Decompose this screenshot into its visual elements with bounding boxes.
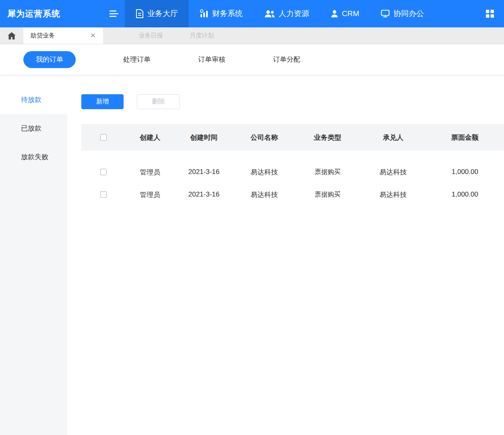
people-icon [264, 10, 275, 18]
nav-business-hall[interactable]: 业务大厅 [125, 0, 189, 27]
cell-acceptor: 易达科技 [360, 190, 426, 199]
cell-company: 易达科技 [233, 168, 295, 177]
row-checkbox[interactable] [100, 169, 107, 175]
column-header-company: 公司名称 [233, 133, 295, 142]
subnav-order-review[interactable]: 订单审核 [198, 55, 225, 64]
tab-business-daily[interactable]: 业务日报 [125, 27, 176, 44]
select-all-checkbox[interactable] [100, 134, 107, 141]
top-bar: 犀为运营系统 业务大厅 [0, 0, 504, 27]
tab-label: 月度计划 [190, 32, 214, 39]
table-header: 创建人 创建时间 公司名称 业务类型 承兑人 票面金额 [81, 124, 504, 151]
table-row: 管理员 2021-3-16 易达科技 票据购买 易达科技 1,000.00 [81, 161, 504, 183]
cell-business-type: 票据购买 [295, 191, 360, 199]
person-icon [331, 10, 338, 18]
nav-collaboration[interactable]: 协同办公 [370, 0, 435, 27]
delete-button[interactable]: 删除 [137, 94, 180, 109]
table-row: 管理员 2021-3-16 易达科技 票据购买 易达科技 1,000.00 [81, 183, 504, 206]
tab-bar: 助贷业务 ✕ 业务日报 月度计划 [0, 27, 504, 44]
cell-acceptor: 易达科技 [360, 168, 426, 177]
cell-created-time: 2021-3-16 [174, 191, 233, 199]
tab-monthly-plan[interactable]: 月度计划 [176, 27, 227, 44]
subnav-process-orders[interactable]: 处理订单 [123, 55, 151, 64]
home-icon[interactable] [0, 27, 23, 44]
column-header-business-type: 业务类型 [295, 133, 360, 142]
nav-finance-system[interactable]: 财务系统 [189, 0, 254, 27]
nav-crm[interactable]: CRM [320, 0, 370, 27]
toolbar: 新增 删除 [81, 94, 504, 109]
cell-face-amount: 1,000.00 [426, 168, 504, 176]
tab-loan-business[interactable]: 助贷业务 ✕ [23, 27, 103, 44]
content-area: 待放款 已放款 放款失败 新增 删除 创建人 创建时间 公司名称 业务类型 承兑… [0, 75, 504, 435]
column-header-face-amount: 票面金额 [426, 133, 504, 142]
nav-label: 协同办公 [393, 8, 424, 19]
column-header-creator: 创建人 [126, 133, 174, 142]
sidebar-item-pending-loan[interactable]: 待放款 [0, 85, 67, 114]
sidebar-item-loaned[interactable]: 已放款 [0, 114, 67, 143]
cell-face-amount: 1,000.00 [426, 191, 504, 199]
nav-label: 人力资源 [279, 8, 309, 19]
row-checkbox[interactable] [100, 191, 107, 198]
nav-human-resources[interactable]: 人力资源 [254, 0, 320, 27]
column-header-created-time: 创建时间 [174, 133, 233, 142]
main-panel: 新增 删除 创建人 创建时间 公司名称 业务类型 承兑人 票面金额 管理员 2 [67, 75, 504, 435]
close-icon[interactable]: ✕ [90, 32, 96, 39]
cell-business-type: 票据购买 [295, 168, 360, 176]
finance-icon [200, 9, 209, 18]
sub-nav: 我的订单 处理订单 订单审核 订单分配 [0, 44, 504, 75]
cell-creator: 管理员 [126, 190, 174, 199]
chat-icon [381, 10, 390, 18]
cell-creator: 管理员 [126, 168, 174, 177]
document-icon [136, 9, 144, 18]
sidebar-item-loan-failed[interactable]: 放款失败 [0, 143, 67, 171]
tab-label: 助贷业务 [31, 32, 55, 39]
apps-grid-icon[interactable] [476, 0, 504, 27]
sidebar: 待放款 已放款 放款失败 [0, 85, 67, 435]
column-header-acceptor: 承兑人 [360, 133, 426, 142]
tab-label: 业务日报 [139, 32, 163, 39]
nav-label: CRM [342, 9, 359, 18]
collapse-menu-icon[interactable] [105, 0, 123, 27]
orders-table: 创建人 创建时间 公司名称 业务类型 承兑人 票面金额 管理员 2021-3-1… [81, 124, 504, 206]
add-button[interactable]: 新增 [81, 94, 124, 109]
nav-label: 业务大厅 [147, 8, 178, 19]
top-nav: 业务大厅 财务系统 人力资源 [125, 0, 435, 27]
cell-created-time: 2021-3-16 [174, 168, 233, 176]
subnav-my-orders[interactable]: 我的订单 [23, 51, 76, 68]
cell-company: 易达科技 [233, 190, 295, 199]
app-title: 犀为运营系统 [0, 8, 105, 19]
subnav-order-assign[interactable]: 订单分配 [273, 55, 300, 64]
nav-label: 财务系统 [212, 8, 243, 19]
